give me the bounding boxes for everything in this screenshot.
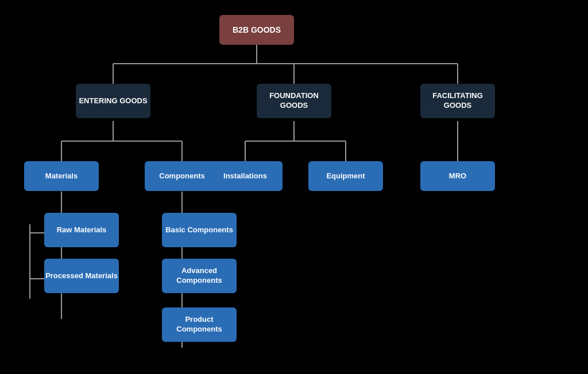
node-equipment: Equipment	[308, 161, 383, 191]
node-b2b-goods: B2B GOODS	[219, 15, 294, 45]
node-mro: MRO	[420, 161, 495, 191]
node-processed-materials: Processed Materials	[44, 259, 119, 293]
node-installations: Installations	[208, 161, 283, 191]
node-basic-components: Basic Components	[162, 213, 237, 247]
node-materials: Materials	[24, 161, 99, 191]
node-product-components: Product Components	[162, 307, 237, 342]
node-advanced-components: Advanced Components	[162, 259, 237, 293]
node-facilitating-goods: FACILITATING GOODS	[420, 84, 495, 118]
node-raw-materials: Raw Materials	[44, 213, 119, 247]
node-foundation-goods: FOUNDATION GOODS	[257, 84, 331, 118]
node-entering-goods: ENTERING GOODS	[76, 84, 150, 118]
diagram: B2B GOODS ENTERING GOODS FOUNDATION GOOD…	[13, 9, 575, 365]
